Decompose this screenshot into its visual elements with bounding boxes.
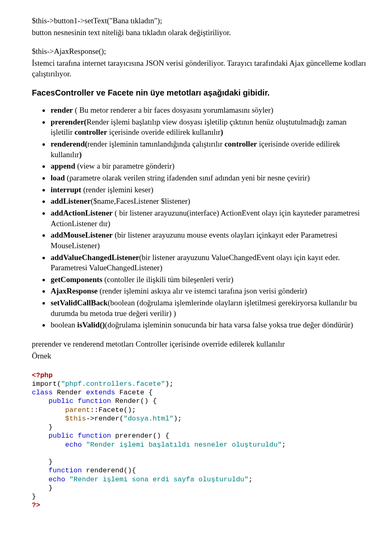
code-token: import( [32, 380, 61, 388]
list-item: addListener($name,FacesListener $listene… [50, 196, 368, 207]
method-bold-2: controller [75, 128, 107, 136]
method-name: addListener [51, 197, 91, 205]
list-item: renderend(render işleminin tamınlandığın… [50, 139, 368, 160]
code-token: (); [123, 406, 136, 414]
method-list: render ( Bu metor renderer a bir faces d… [32, 105, 368, 330]
code-token: (){ [123, 467, 136, 474]
method-name: addValueChangedListener [51, 253, 139, 262]
code-token: Facete [98, 406, 123, 414]
code-keyword: extends [86, 389, 115, 396]
code-token: () { [140, 397, 157, 405]
code-token: Facete { [115, 389, 153, 396]
list-item: addActionListener ( bir listener arayuzu… [50, 208, 368, 229]
code-token: Render [53, 389, 86, 396]
method-desc: (contoller ile ilişkili tüm bileşenleri … [102, 275, 234, 284]
code-token: } [32, 423, 53, 431]
code-token: } [32, 484, 53, 492]
code-block: <?php import("phpf.controllers.facete");… [32, 362, 368, 509]
method-desc: (render işlemini keser) [81, 185, 154, 194]
code-keyword: function [32, 467, 82, 474]
intro-line-1: $this->button1->setText("Bana tıkladın")… [32, 16, 368, 26]
method-desc: ($name,FacesListener $listener) [91, 197, 190, 205]
list-item: render ( Bu metor renderer a bir faces d… [50, 105, 368, 116]
code-token: } [32, 493, 36, 501]
code-token: ); [174, 415, 182, 423]
method-name: setValidCallBack [51, 298, 108, 307]
method-desc: ( Bu metor renderer a bir faces dosyasın… [73, 106, 274, 114]
list-item: prerender(Render işlemi başlatılıp view … [50, 117, 368, 138]
method-name: getComponents [51, 275, 102, 284]
code-keyword: public function [32, 397, 111, 405]
list-item: addValueChangedListener(bir listener ara… [50, 252, 368, 273]
code-token: ); [165, 380, 173, 388]
code-keyword: echo [32, 476, 69, 483]
code-token: $this [32, 415, 86, 423]
method-name: load [51, 174, 65, 182]
method-name: isValid() [77, 320, 105, 329]
method-desc-2: içerisinde overide edilirek kullanılır [107, 128, 220, 136]
code-token: () { [153, 432, 169, 440]
intro-line-4: İstemci tarafına internet tarayıcısına J… [32, 58, 368, 79]
list-item: setValidCallBack(boolean (doğrulama işle… [50, 298, 368, 318]
outro-line-2: Örnek [32, 351, 368, 361]
code-token: render [94, 415, 119, 423]
list-item: addMouseListener (bir listener arayuzunu… [50, 230, 368, 251]
code-string: "Render işlemi başlatıldı nesneler oluşt… [86, 441, 282, 449]
code-token: } [32, 458, 53, 466]
code-token: ; [282, 441, 286, 449]
code-string: "dosya.html" [123, 415, 173, 423]
code-token: renderend [82, 467, 123, 474]
method-name: AjaxResponse [51, 287, 98, 295]
list-item: getComponents (contoller ile ilişkili tü… [50, 274, 368, 285]
intro-line-2: button nesnesinin text niteliği bana tık… [32, 27, 368, 38]
method-name: interrupt [51, 185, 81, 194]
method-desc: (render işlemini askıya alır ve istemci … [98, 287, 307, 295]
code-token: prerender [111, 432, 153, 440]
method-desc: (view a bir parametre gönderir) [75, 162, 174, 170]
code-token: -> [86, 415, 94, 423]
list-item: interrupt (render işlemini keser) [50, 185, 368, 195]
code-keyword: echo [32, 441, 86, 449]
method-bold-3: ) [220, 128, 223, 136]
list-item: AjaxResponse (render işlemini askıya alı… [50, 286, 368, 296]
code-string: "Render işlemi sona erdi sayfa oluşturul… [69, 476, 249, 483]
list-item: load (parametre olarak verilen string if… [50, 173, 368, 183]
method-desc: render işleminin tamınlandığında çalıştı… [87, 140, 225, 148]
method-pre: boolean [51, 320, 77, 329]
code-token: ; [249, 476, 253, 483]
code-token: Render [111, 397, 140, 405]
section-heading: FacesController ve Facete nin üye metotl… [32, 87, 368, 98]
outro-line-1: prerender ve renderend metotları Control… [32, 339, 368, 349]
method-bold-3: ) [79, 150, 82, 159]
code-keyword: class [32, 389, 53, 396]
method-name: addActionListener [51, 209, 113, 217]
method-name: prerender( [51, 118, 87, 126]
method-name: render [51, 106, 73, 114]
code-php-open: <?php [32, 371, 53, 379]
code-keyword: public function [32, 432, 111, 440]
code-token: :: [90, 406, 98, 414]
method-desc: (doğrulama işleminin sonucunda bir hata … [105, 320, 353, 329]
code-string: "phpf.controllers.facete" [61, 380, 165, 388]
method-name: renderend( [51, 140, 87, 148]
method-bold-2: controller [225, 140, 257, 148]
code-php-close: ?> [32, 501, 40, 509]
list-item: append (view a bir parametre gönderir) [50, 161, 368, 171]
method-desc: (parametre olarak verilen string ifadend… [65, 174, 310, 182]
list-item: boolean isValid()(doğrulama işleminin so… [50, 320, 368, 330]
intro-line-3: $this->AjaxResponse(); [32, 46, 368, 57]
method-name: addMouseListener [51, 231, 113, 239]
code-token: ( [119, 415, 123, 423]
method-name: append [51, 162, 75, 170]
code-token: parent [32, 406, 90, 414]
